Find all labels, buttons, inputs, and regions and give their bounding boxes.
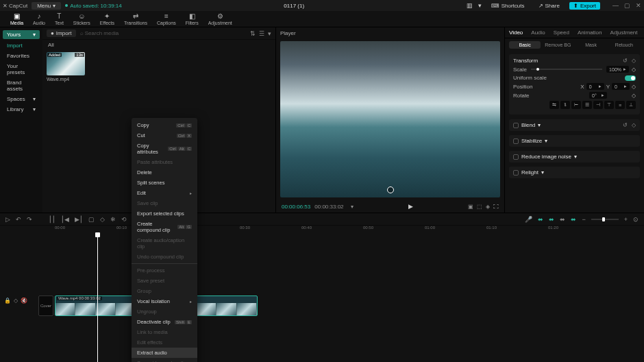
sidebar-item-import[interactable]: Import [3,40,40,51]
relight-checkbox[interactable] [513,170,519,176]
module-tab-captions[interactable]: ≡Captions [152,13,181,27]
zoom-out-icon[interactable]: − [582,216,585,223]
menu-item-delete[interactable]: Delete [132,167,197,178]
menu-item-split-scenes[interactable]: Split scenes [132,178,197,188]
inspector-subtab-retouch[interactable]: Retouch [608,41,640,49]
zoom-level-icon[interactable]: ▾ [351,204,354,210]
blend-checkbox[interactable] [513,123,519,128]
undo-icon[interactable]: ↶ [16,216,21,223]
menu-item-edit[interactable]: Edit▸ [132,188,197,198]
freeze-icon[interactable]: ❄ [110,216,116,223]
reverse-icon[interactable]: ⟲ [121,216,127,223]
compare-icon[interactable]: ▣ [468,204,473,210]
track-toggle-3-icon[interactable]: ⬌ [560,216,565,223]
inspector-tab-video[interactable]: Video [509,29,523,36]
blend-section[interactable]: Blend ▾ ↺◇ [509,119,640,131]
zoom-fit-icon[interactable]: ⊙ [633,216,639,223]
grid-view-icon[interactable]: ▾ [268,30,271,37]
inspector-tab-animation[interactable]: Animation [578,29,602,36]
source-dropdown[interactable]: Yours▾ [3,30,40,39]
stabilize-section[interactable]: Stabilize ▾ [509,135,640,147]
search-input[interactable]: ⌕ Search media [80,30,246,36]
module-tab-text[interactable]: TText [50,13,69,27]
inspector-tab-audio[interactable]: Audio [531,29,545,36]
menu-item-vocal-isolation[interactable]: Vocal isolation▸ [132,296,197,306]
module-tab-adjustment[interactable]: ⚙Adjustment [203,13,237,27]
noise-checkbox[interactable] [513,154,519,160]
menu-item-copy[interactable]: CopyCtrlC [132,120,197,130]
menu-item-cut[interactable]: CutCtrlX [132,130,197,141]
inspector-subtab-basic[interactable]: Basic [509,41,541,49]
track-toggle-4-icon[interactable]: ⬌ [571,216,576,223]
layout-dropdown-icon[interactable]: ▾ [478,2,482,9]
video-preview[interactable] [280,41,500,197]
pointer-tool-icon[interactable]: ▷ [5,216,10,223]
stabilize-checkbox[interactable] [513,138,519,144]
ratio-icon[interactable]: ⬚ [477,204,482,210]
trim-right-icon[interactable]: ▶⎮ [75,216,83,223]
pos-y-input[interactable]: 0▸ [612,83,630,90]
zoom-slider[interactable] [591,219,619,220]
scale-keyframe-icon[interactable]: ◇ [632,67,636,73]
flip-v-icon[interactable]: ⥮ [560,101,570,109]
window-close-icon[interactable]: ✕ [636,2,641,9]
mic-icon[interactable]: 🎤 [525,216,532,223]
keyframe-icon[interactable]: ◇ [632,58,636,64]
menu-item-copy-attributes[interactable]: Copy attributesCtrlAltC [132,141,197,157]
import-button[interactable]: ● Import [47,29,76,37]
scale-slider[interactable] [531,69,602,70]
scale-value[interactable]: 100%▸ [606,66,629,73]
inspector-tab-speed[interactable]: Speed [554,29,569,36]
sidebar-item-your-presets[interactable]: Your presets [3,61,40,77]
menu-item-export-selected-clips[interactable]: Export selected clips [132,208,197,219]
menu-item-deactivate-clip[interactable]: Deactivate clipShiftE [132,317,197,327]
module-tab-audio[interactable]: ♪Audio [28,13,50,27]
sidebar-item-brand-assets[interactable]: Brand assets [3,77,40,94]
trim-left-icon[interactable]: ⎮◀ [61,216,69,223]
module-tab-media[interactable]: ▣Media [5,13,28,27]
center-handle-icon[interactable] [387,186,394,193]
rotate-input[interactable]: 0°▸ [589,92,607,99]
inspector-subtab-remove-bg[interactable]: Remove BG [542,41,573,49]
shortcuts-button[interactable]: ⌨ Shortcuts [487,2,529,10]
align-l-icon[interactable]: ⊢ [571,101,581,109]
module-tab-stickers[interactable]: ☺Stickers [69,13,95,27]
flip-h-icon[interactable]: ⇋ [549,101,559,109]
layout-icon[interactable]: ▥ [467,2,473,9]
relight-section[interactable]: Relight ▾ [509,167,640,178]
track-toggle-2-icon[interactable]: ⬌ [549,216,554,223]
reset-icon[interactable]: ↺ [623,58,628,64]
track-mute-icon[interactable]: 🔇 [21,298,27,304]
menu-button[interactable]: Menu ▾ [32,2,61,10]
quality-icon[interactable]: ◈ [486,204,490,210]
align-t-icon[interactable]: ⊤ [604,101,614,109]
export-button[interactable]: ⬆ Export [569,2,600,10]
module-tab-effects[interactable]: ✦Effects [95,13,119,27]
reduce-noise-section[interactable]: Reduce image noise ▾ [509,151,640,162]
sort-icon[interactable]: ⇅ [250,30,256,37]
fullscreen-icon[interactable]: ⛶ [493,204,499,210]
menu-item-create-compound-clip[interactable]: Create compound clipAltG [132,219,197,235]
share-button[interactable]: ↗ Share [534,2,564,10]
redo-icon[interactable]: ↷ [27,216,32,223]
list-view-icon[interactable]: ☰ [259,30,264,37]
uniform-scale-toggle[interactable] [625,75,636,81]
track-toggle-1-icon[interactable]: ⬌ [538,216,543,223]
delete-icon[interactable]: ▢ [88,216,95,223]
extract-icon[interactable]: ◇ [100,216,105,223]
sidebar-item-spaces[interactable]: Spaces▾ [3,94,40,104]
inspector-subtab-mask[interactable]: Mask [575,41,607,49]
playhead[interactable] [97,235,98,362]
media-thumb[interactable]: Added 13s Wave.mp4 [47,52,85,82]
reset-icon[interactable]: ↺ [623,122,628,128]
pos-x-input[interactable]: 0▸ [586,83,604,90]
module-tab-filters[interactable]: ◧Filters [181,13,203,27]
inspector-tab-adjustment[interactable]: Adjustment [610,29,638,36]
sidebar-item-library[interactable]: Library▾ [3,104,40,114]
track-visible-icon[interactable]: ◇ [14,298,18,304]
align-b-icon[interactable]: ⊥ [626,101,636,109]
position-keyframe-icon[interactable]: ◇ [632,84,636,90]
align-c-icon[interactable]: ☰ [582,101,592,109]
split-icon[interactable]: ⎮⎮ [49,216,55,223]
play-button[interactable]: ▶ [358,203,464,210]
